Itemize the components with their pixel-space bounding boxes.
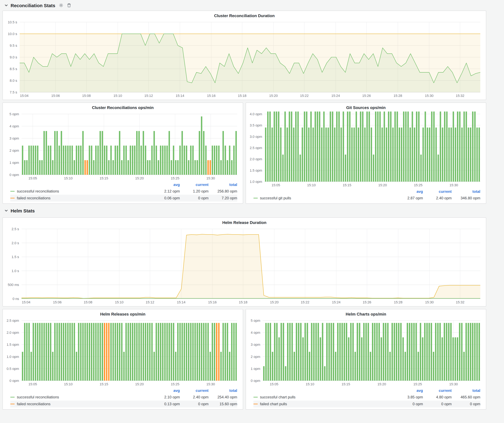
- svg-text:9.5 s: 9.5 s: [10, 44, 17, 47]
- legend: avgcurrenttotalsuccessful chart pulls3.8…: [248, 387, 483, 408]
- legend: avgcurrenttotalsuccessful git pulls2.87 …: [248, 188, 483, 202]
- legend-column-header[interactable]: current: [180, 388, 209, 393]
- svg-text:15:30: 15:30: [206, 382, 215, 386]
- svg-text:7.5 s: 7.5 s: [10, 90, 17, 94]
- legend-column-header[interactable]: total: [452, 189, 480, 194]
- legend-series-label[interactable]: failed chart pulls: [260, 402, 287, 406]
- panel-title[interactable]: Helm Releases ops/min: [5, 311, 240, 318]
- svg-text:1.5 s: 1.5 s: [12, 255, 19, 259]
- legend-row: successful git pulls2.87 opm2.40 opm346.…: [253, 195, 480, 201]
- svg-text:15:15: 15:15: [100, 176, 108, 180]
- legend-value: 0.06 opm: [151, 196, 180, 200]
- legend-row: failed reconciliations0.13 opm0 opm15.60…: [10, 400, 237, 407]
- cluster-reconciliation-duration-chart[interactable]: 15:0415:0615:0815:1015:1215:1415:1615:18…: [5, 20, 483, 98]
- svg-text:15:20: 15:20: [270, 300, 279, 304]
- legend-column-header[interactable]: total: [209, 388, 237, 393]
- svg-text:15:20: 15:20: [378, 183, 387, 187]
- svg-text:15:24: 15:24: [332, 300, 341, 304]
- svg-text:15:26: 15:26: [363, 300, 371, 304]
- svg-text:15:26: 15:26: [362, 94, 371, 98]
- trash-icon[interactable]: [67, 3, 71, 7]
- svg-text:1.5 opm: 1.5 opm: [7, 343, 19, 347]
- legend-row: successful reconciliations2.12 opm1.20 o…: [10, 188, 237, 195]
- legend-column-header[interactable]: current: [180, 182, 209, 187]
- panel-title[interactable]: Helm Charts ops/min: [248, 311, 483, 318]
- svg-text:1 opm: 1 opm: [10, 161, 19, 165]
- legend-series-marker-icon: [10, 397, 15, 397]
- legend-value: 2.12 opm: [151, 189, 180, 194]
- svg-text:15:04: 15:04: [20, 94, 29, 98]
- legend-column-header[interactable]: avg: [151, 388, 180, 393]
- chevron-down-icon[interactable]: [4, 3, 8, 7]
- svg-text:15:10: 15:10: [307, 183, 316, 187]
- panel-title[interactable]: Cluster Reconciliations ops/min: [5, 104, 240, 112]
- svg-text:15:16: 15:16: [208, 300, 217, 304]
- panel-helm-release-duration: Helm Release Duration 15:0415:0615:0815:…: [2, 217, 486, 306]
- cluster-reconciliations-opm-chart[interactable]: 15:0515:1015:1515:2015:2515:300 opm1 opm…: [5, 112, 240, 181]
- svg-text:15:06: 15:06: [51, 94, 60, 98]
- svg-text:8.0 s: 8.0 s: [10, 79, 17, 82]
- legend-series-marker-icon: [253, 397, 258, 397]
- legend-value: 0 opm: [423, 402, 452, 406]
- legend-series-label[interactable]: failed reconciliations: [17, 402, 50, 406]
- legend-header: avgcurrenttotal: [10, 388, 237, 394]
- legend-value: 256.80 opm: [209, 189, 237, 194]
- helm-releases-opm-chart[interactable]: 15:0515:1015:1515:2015:2515:300 opm0.5 o…: [5, 318, 240, 387]
- helm-charts-opm-chart[interactable]: 15:0515:1015:1515:2015:2515:300 opm1 opm…: [248, 318, 483, 387]
- panel-title[interactable]: Cluster Reconciliation Duration: [5, 12, 483, 20]
- svg-text:15:20: 15:20: [378, 382, 386, 386]
- chevron-down-icon[interactable]: [4, 209, 8, 212]
- legend-column-header[interactable]: total: [209, 182, 237, 187]
- legend-column-header[interactable]: current: [423, 388, 452, 393]
- section-title[interactable]: Helm Stats: [11, 208, 35, 213]
- legend-series-label[interactable]: successful reconciliations: [17, 395, 59, 399]
- legend-series-label[interactable]: failed reconciliations: [17, 196, 50, 200]
- section-title[interactable]: Reconciliation Stats: [11, 3, 55, 8]
- panel-title[interactable]: Git Sources ops/min: [248, 104, 483, 112]
- legend-column-header[interactable]: avg: [394, 189, 423, 194]
- legend-column-header[interactable]: avg: [151, 182, 180, 187]
- legend-series-marker-icon: [10, 198, 15, 198]
- legend-column-header[interactable]: current: [423, 189, 452, 194]
- svg-text:15:05: 15:05: [270, 382, 278, 386]
- git-sources-opm-chart[interactable]: 15:0515:1015:1515:2015:2515:301.0 opm1.5…: [248, 112, 483, 188]
- legend-header: avgcurrenttotal: [10, 182, 237, 188]
- panel-cluster-reconciliations-opm: Cluster Reconciliations ops/min 15:0515:…: [2, 102, 243, 204]
- legend-value: 0 opm: [452, 402, 480, 406]
- svg-text:15:20: 15:20: [269, 94, 278, 98]
- svg-text:500 ms: 500 ms: [8, 283, 19, 287]
- svg-text:3 opm: 3 opm: [10, 136, 19, 140]
- svg-text:15:22: 15:22: [300, 94, 309, 98]
- svg-text:15:06: 15:06: [53, 300, 61, 304]
- svg-text:15:15: 15:15: [342, 382, 350, 386]
- gear-icon[interactable]: [59, 3, 63, 7]
- svg-text:15:25: 15:25: [414, 183, 422, 187]
- legend-series-label[interactable]: successful git pulls: [260, 196, 291, 200]
- svg-text:1.5 opm: 1.5 opm: [250, 169, 262, 172]
- legend-row: successful chart pulls3.85 opm4.80 opm46…: [253, 394, 480, 400]
- legend-series-marker-icon: [253, 404, 258, 404]
- legend-column-header[interactable]: avg: [394, 388, 423, 393]
- svg-text:15:25: 15:25: [171, 176, 179, 180]
- svg-text:15:08: 15:08: [84, 300, 92, 304]
- helm-release-duration-chart[interactable]: 15:0415:0615:0815:1015:1215:1415:1615:18…: [5, 226, 483, 305]
- legend-column-header[interactable]: total: [452, 388, 480, 393]
- svg-text:9.0 s: 9.0 s: [10, 55, 17, 59]
- section-header-reconciliation-stats: Reconciliation Stats: [2, 0, 486, 11]
- svg-text:0 ns: 0 ns: [12, 297, 19, 301]
- svg-text:15:22: 15:22: [301, 300, 309, 304]
- svg-text:15:25: 15:25: [171, 382, 179, 386]
- legend-series-label[interactable]: successful reconciliations: [17, 189, 59, 194]
- svg-text:15:04: 15:04: [22, 300, 30, 304]
- svg-text:15:14: 15:14: [176, 94, 184, 98]
- svg-text:15:15: 15:15: [343, 183, 351, 187]
- svg-text:15:32: 15:32: [456, 94, 464, 98]
- svg-text:2.5 opm: 2.5 opm: [250, 146, 262, 150]
- legend-series-marker-icon: [253, 198, 258, 198]
- legend-series-label[interactable]: successful chart pulls: [260, 395, 295, 399]
- legend-value: 0 opm: [180, 402, 209, 406]
- svg-text:15:05: 15:05: [28, 176, 37, 180]
- panel-title[interactable]: Helm Release Duration: [5, 219, 483, 226]
- legend-value: 0 opm: [394, 402, 423, 406]
- legend-value: 4.80 opm: [423, 395, 452, 399]
